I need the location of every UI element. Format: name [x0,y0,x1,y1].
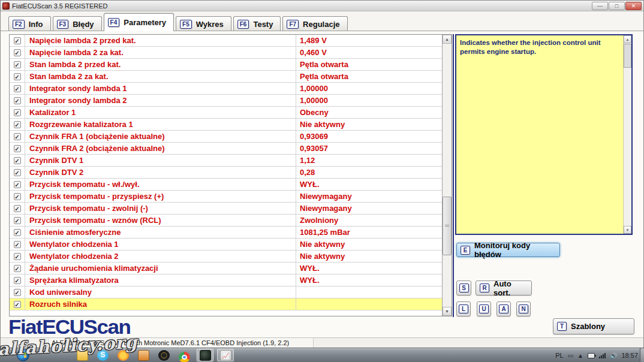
chrome-icon[interactable] [179,352,190,362]
row-checkbox-cell[interactable]: ✓ [10,155,25,166]
info-scroll-down-icon[interactable]: ▼ [624,226,631,234]
table-row[interactable]: ✓ Czynnik DTV 2 0,28 [10,167,442,179]
n-button[interactable]: N [516,301,531,316]
param-name[interactable]: Wentylator chłodzenia 1 [25,239,296,250]
row-checkbox-cell[interactable]: ✓ [10,47,25,58]
table-row[interactable]: ✓ Żądanie uruchomienia klimatyzacji WYŁ. [10,263,442,274]
row-checkbox[interactable]: ✓ [14,145,21,152]
table-scrollbar[interactable]: ▲ ▼ [442,35,452,316]
row-checkbox[interactable]: ✓ [14,205,21,212]
battery-icon[interactable] [588,353,595,358]
table-row[interactable]: ✓ Kod uniwersalny [10,286,442,298]
volume-icon[interactable]: 🔊 [610,352,617,359]
row-checkbox-cell[interactable]: ✓ [10,215,25,226]
param-name[interactable]: Kod uniwersalny [25,286,296,298]
table-row[interactable]: ✓ Katalizator 1 Obecny [10,107,442,119]
param-name[interactable]: Wentylator chłodzenia 2 [25,251,296,262]
start-button[interactable] [17,349,29,361]
table-row[interactable]: ✓ Czynnik FRA 2 (obciążenie aktualne) 0,… [10,143,442,155]
row-checkbox[interactable]: ✓ [14,193,21,200]
table-row[interactable]: ✓ Wentylator chłodzenia 2 Nie aktywny [10,251,442,263]
show-desktop-button[interactable] [640,348,644,362]
row-checkbox-cell[interactable]: ✓ [10,263,25,274]
row-checkbox-cell[interactable]: ✓ [10,274,25,286]
s-button[interactable]: S [456,280,471,295]
u-button[interactable]: U [477,301,491,316]
row-checkbox-cell[interactable]: ✓ [10,191,25,202]
scroll-down-icon[interactable]: ▼ [443,307,452,316]
maximize-button[interactable]: □ [609,2,625,10]
row-checkbox[interactable]: ✓ [14,49,21,56]
table-row[interactable]: ✓ Stan lambda 2 przed kat. Pętla otwarta [10,59,442,71]
table-row[interactable]: ✓ Ciśnienie atmosferyczne 1081,25 mBar [10,227,442,239]
table-row[interactable]: ✓ Przycisk tempomatu - zwolnij (-) Niewy… [10,203,442,215]
row-checkbox-cell[interactable]: ✓ [10,227,25,238]
media-app-icon[interactable] [158,350,170,361]
row-checkbox-cell[interactable]: ✓ [10,167,25,178]
tab-info[interactable]: F2 Info [8,16,51,31]
param-name[interactable]: Czynnik DTV 2 [25,167,296,178]
fiatecuscan-taskbar-button[interactable] [197,349,213,361]
table-row[interactable]: ✓ Czynnik DTV 1 1,12 [10,155,442,167]
row-checkbox-cell[interactable]: ✓ [10,286,25,298]
row-checkbox[interactable]: ✓ [14,301,21,308]
templates-button[interactable]: T Szablony [553,318,634,334]
param-name[interactable]: Ciśnienie atmosferyczne [25,227,296,238]
commander-app-icon[interactable] [138,350,149,361]
row-checkbox-cell[interactable]: ✓ [10,83,25,94]
row-checkbox-cell[interactable]: ✓ [10,107,25,118]
row-checkbox[interactable]: ✓ [14,133,21,140]
row-checkbox-cell[interactable]: ✓ [10,35,25,46]
hidden-icons-chevron[interactable]: ▲ [577,352,583,359]
param-name[interactable]: Stan lambda 2 za kat. [25,71,296,82]
param-name[interactable]: Napięcie lambda 2 za kat. [25,47,296,58]
language-indicator[interactable]: PL [555,352,563,359]
row-checkbox-cell[interactable]: ✓ [10,119,25,130]
param-name[interactable]: Sprężarka klimatyzatora [25,274,296,286]
table-row[interactable]: ✓ Napięcie lambda 2 przed kat. 1,489 V [10,35,442,47]
param-name[interactable]: Przycisk tempomatu - wł./wył. [25,179,296,190]
network-icon[interactable] [599,353,606,358]
tab-testy[interactable]: F6 Testy [233,16,281,31]
tab-wykres[interactable]: F5 Wykres [176,16,231,31]
skype-icon[interactable]: S [97,350,109,361]
row-checkbox[interactable]: ✓ [14,181,21,188]
row-checkbox[interactable]: ✓ [14,85,21,92]
table-row[interactable]: ✓ Wentylator chłodzenia 1 Nie aktywny [10,239,442,251]
explorer-icon[interactable] [77,350,88,361]
row-checkbox-cell[interactable]: ✓ [10,59,25,70]
row-checkbox[interactable]: ✓ [14,121,21,128]
row-checkbox-cell[interactable]: ✓ [10,203,25,214]
title-bar[interactable]: FiatECUScan 3.5 REGISTERED — □ ✕ [1,1,643,11]
scrollbar-thumb[interactable] [443,197,452,255]
param-name[interactable]: Napięcie lambda 2 przed kat. [25,35,296,46]
param-name[interactable]: Czynnik FRA 2 (obciążenie aktualne) [25,143,296,154]
table-row[interactable]: ✓ Przycisk tempomatu - wł./wył. WYŁ. [10,179,442,191]
param-name[interactable]: Przycisk tempomatu - przyspiesz (+) [25,191,296,202]
row-checkbox[interactable]: ✓ [14,277,21,284]
table-row[interactable]: ✓ Rozgrzewanie katalizatora 1 Nie aktywn… [10,119,442,131]
param-name[interactable]: Przycisk tempomatu - wznów (RCL) [25,215,296,226]
display-tray-icon[interactable]: ▭ [568,352,573,359]
param-name[interactable]: Czynnik DTV 1 [25,155,296,166]
table-row[interactable]: ✓ Integrator sondy lambda 1 1,00000 [10,83,442,95]
scroll-up-icon[interactable]: ▲ [443,35,452,44]
param-name[interactable]: Żądanie uruchomienia klimatyzacji [25,263,296,274]
row-checkbox[interactable]: ✓ [14,289,21,296]
row-checkbox[interactable]: ✓ [14,73,21,80]
minimize-button[interactable]: — [592,2,608,10]
photo-app-icon[interactable] [118,350,129,361]
row-checkbox-cell[interactable]: ✓ [10,251,25,262]
tab-parametery[interactable]: F4 Parametery [104,13,174,31]
row-checkbox-cell[interactable]: ✓ [10,143,25,154]
row-checkbox[interactable]: ✓ [14,241,21,248]
param-name[interactable]: Rozgrzewanie katalizatora 1 [25,119,296,130]
param-name[interactable]: Katalizator 1 [25,107,296,118]
table-row[interactable]: ✓ Przycisk tempomatu - wznów (RCL) Zwoln… [10,215,442,227]
param-name[interactable]: Stan lambda 2 przed kat. [25,59,296,70]
param-name[interactable]: Czynnik FRA 1 (obciążenie aktualne) [25,131,296,142]
l-button[interactable]: L [456,301,471,316]
row-checkbox-cell[interactable]: ✓ [10,95,25,106]
table-row[interactable]: ✓ Stan lambda 2 za kat. Pętla otwarta [10,71,442,83]
row-checkbox[interactable]: ✓ [14,217,21,224]
